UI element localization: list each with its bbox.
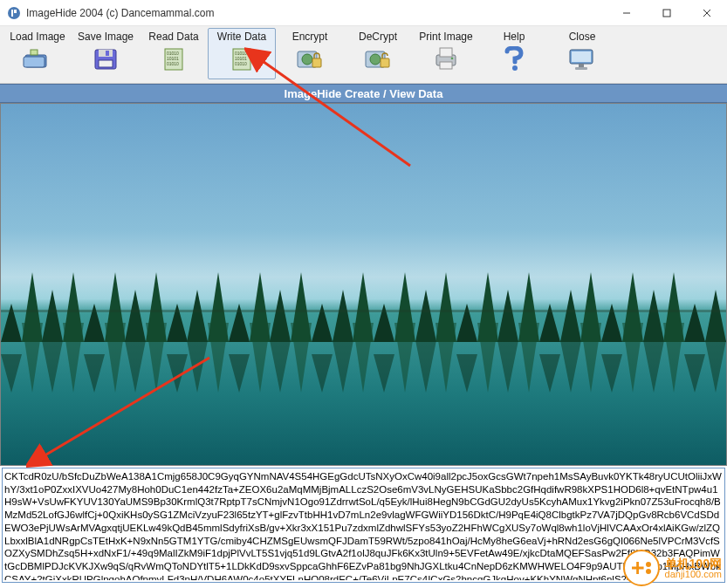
svg-rect-36 bbox=[575, 67, 587, 70]
close-window-button[interactable] bbox=[687, 0, 727, 26]
banner-text: ImageHide Create / View Data bbox=[285, 87, 443, 100]
load-image-button[interactable]: Load Image bbox=[3, 28, 72, 79]
svg-rect-8 bbox=[24, 57, 45, 67]
help-icon bbox=[497, 44, 532, 75]
watermark-logo-icon bbox=[623, 550, 660, 586]
encrypt-button[interactable]: Encrypt bbox=[276, 28, 344, 79]
watermark-url: danji100.com bbox=[665, 570, 722, 579]
watermark: 单机100网 danji100.com bbox=[623, 550, 722, 586]
svg-rect-2 bbox=[14, 10, 17, 13]
svg-text:01010: 01010 bbox=[235, 61, 247, 66]
read-data-button[interactable]: Read Data 010101010101010 bbox=[140, 28, 208, 79]
svg-rect-29 bbox=[440, 48, 452, 57]
maximize-button[interactable] bbox=[647, 0, 687, 26]
toolbar: Load Image Save Image Read Data 01010101… bbox=[0, 26, 727, 84]
window-title: ImageHide 2004 (c) Dancemammal.com bbox=[26, 7, 607, 19]
svg-point-32 bbox=[512, 65, 518, 71]
print-image-button[interactable]: Print Image bbox=[412, 28, 480, 79]
svg-rect-35 bbox=[579, 64, 584, 67]
svg-rect-9 bbox=[31, 50, 38, 55]
svg-rect-12 bbox=[106, 51, 109, 56]
minimize-button[interactable] bbox=[607, 0, 647, 26]
banner: ImageHide Create / View Data bbox=[0, 84, 727, 103]
svg-rect-24 bbox=[312, 58, 321, 67]
write-data-button[interactable]: Write Data 010101010101010 bbox=[208, 28, 276, 79]
unlock-globe-icon bbox=[360, 44, 395, 75]
svg-rect-34 bbox=[572, 51, 591, 62]
decrypt-button[interactable]: DeCrypt bbox=[344, 28, 412, 79]
svg-rect-27 bbox=[381, 58, 389, 67]
hidden-data-textarea[interactable] bbox=[4, 470, 723, 580]
save-image-button[interactable]: Save Image bbox=[72, 28, 140, 79]
binary-sheet-icon: 010101010101010 bbox=[224, 44, 259, 75]
binary-sheet-icon: 010101010101010 bbox=[156, 44, 191, 75]
title-bar: ImageHide 2004 (c) Dancemammal.com bbox=[0, 0, 727, 26]
app-icon bbox=[7, 6, 21, 20]
svg-point-31 bbox=[451, 58, 454, 60]
svg-rect-4 bbox=[663, 10, 670, 17]
close-app-button[interactable]: Close bbox=[548, 28, 616, 79]
watermark-name: 单机100网 bbox=[665, 557, 722, 570]
svg-point-26 bbox=[370, 54, 381, 65]
printer-icon bbox=[429, 44, 463, 75]
image-preview bbox=[0, 103, 727, 466]
svg-point-23 bbox=[302, 54, 312, 65]
svg-text:01010: 01010 bbox=[167, 61, 179, 66]
svg-rect-30 bbox=[440, 62, 452, 69]
monitor-icon bbox=[565, 44, 600, 75]
folder-open-icon bbox=[20, 44, 55, 75]
data-panel bbox=[2, 468, 725, 583]
floppy-disk-icon bbox=[88, 44, 123, 75]
svg-rect-13 bbox=[99, 60, 113, 67]
help-button[interactable]: Help bbox=[480, 28, 548, 79]
lock-globe-icon bbox=[292, 44, 327, 75]
svg-rect-1 bbox=[11, 10, 13, 17]
